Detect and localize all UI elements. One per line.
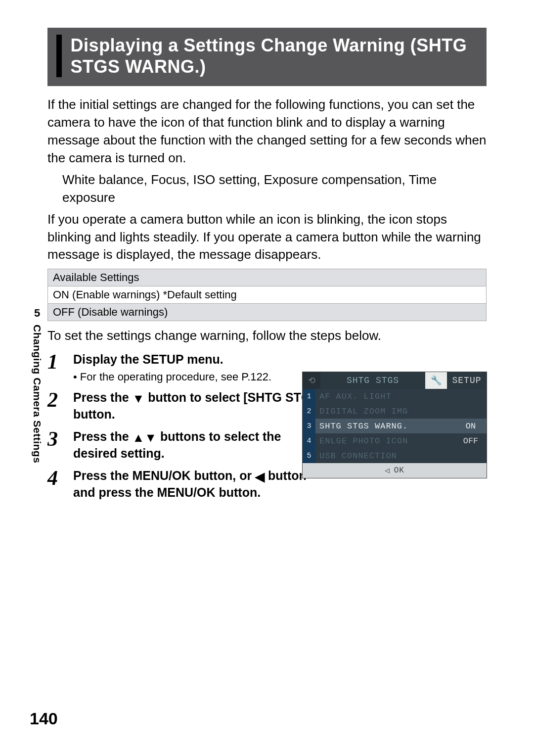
lcd-footer-ok: OK bbox=[394, 466, 404, 475]
lcd-row-label: DIGITAL ZOOM IMG bbox=[315, 404, 455, 419]
lcd-tab-left-icon: ⟲ bbox=[303, 372, 320, 389]
title-accent-mark bbox=[56, 35, 62, 77]
settings-table-header: Available Settings bbox=[48, 269, 487, 286]
settings-row-off: OFF (Disable warnings) bbox=[48, 304, 487, 321]
chapter-number: 5 bbox=[32, 306, 42, 321]
lcd-row-index: 4 bbox=[303, 433, 315, 448]
lcd-row-value bbox=[455, 389, 487, 404]
chapter-label: Changing Camera Settings bbox=[31, 325, 43, 463]
lcd-row-label: ENLGE PHOTO ICON bbox=[315, 433, 455, 448]
settings-row-on: ON (Enable warnings) *Default setting bbox=[48, 286, 487, 304]
lcd-footer-left-arrow-icon: ◁ bbox=[385, 466, 390, 475]
lcd-footer: ◁ OK bbox=[303, 463, 487, 478]
lcd-row-index: 3 bbox=[303, 419, 315, 433]
step-4-title: Press the MENU/OK button, or ◀ button an… bbox=[73, 468, 314, 501]
step-number-1: 1 bbox=[47, 351, 62, 383]
lcd-row-label: AF AUX. LIGHT bbox=[315, 389, 455, 404]
lcd-tab-setup: SETUP bbox=[447, 372, 487, 389]
lcd-row-label-selected: SHTG STGS WARNG. bbox=[315, 419, 455, 433]
step-3-title: Press the ▲▼ buttons to select the desir… bbox=[73, 428, 314, 462]
up-down-arrow-icon: ▲▼ bbox=[133, 429, 157, 446]
lcd-row-value bbox=[455, 448, 487, 463]
intro-paragraph-2: If you operate a camera button while an … bbox=[47, 211, 487, 264]
camera-lcd-screenshot: ⟲ SHTG STGS 🔧 SETUP 1 AF AUX. LIGHT 2 DI… bbox=[303, 372, 487, 478]
step-number-2: 2 bbox=[47, 389, 62, 423]
step-1-title: Display the SETUP menu. bbox=[73, 351, 487, 368]
lcd-row-index: 5 bbox=[303, 448, 315, 463]
steps-lead-text: To set the settings change warning, foll… bbox=[47, 328, 487, 343]
left-arrow-icon: ◀ bbox=[255, 469, 265, 485]
available-settings-table: Available Settings ON (Enable warnings) … bbox=[47, 269, 487, 321]
lcd-row-value-on: ON bbox=[455, 419, 487, 433]
down-arrow-icon: ▼ bbox=[133, 390, 145, 407]
intro-paragraph-1: If the initial settings are changed for … bbox=[47, 96, 487, 167]
step-number-4: 4 bbox=[47, 468, 62, 501]
lcd-tab-active: SHTG STGS bbox=[320, 372, 425, 389]
chapter-sidebar: 5 Changing Camera Settings bbox=[30, 306, 44, 463]
page-number: 140 bbox=[30, 709, 58, 728]
lcd-row-index: 1 bbox=[303, 389, 315, 404]
section-title: Displaying a Settings Change Warning (SH… bbox=[71, 35, 478, 77]
lcd-row-value bbox=[455, 404, 487, 419]
lcd-row-value: OFF bbox=[455, 433, 487, 448]
step-number-3: 3 bbox=[47, 428, 62, 462]
lcd-row-index: 2 bbox=[303, 404, 315, 419]
intro-functions-list: White balance, Focus, ISO setting, Expos… bbox=[47, 171, 487, 207]
lcd-row-label: USB CONNECTION bbox=[315, 448, 455, 463]
section-title-bar: Displaying a Settings Change Warning (SH… bbox=[47, 28, 487, 86]
lcd-tab-wrench-icon: 🔧 bbox=[425, 372, 447, 389]
